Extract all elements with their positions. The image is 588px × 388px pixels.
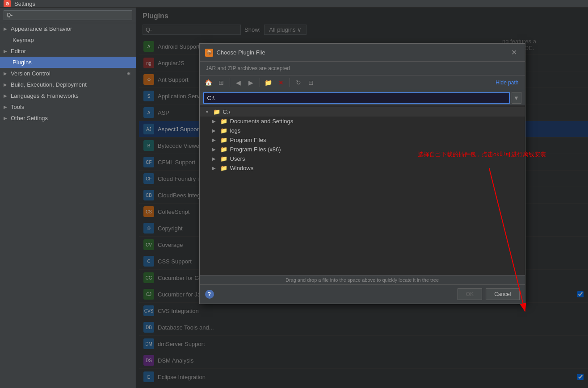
sidebar-item-label: Keymap [13, 37, 34, 43]
choose-plugin-file-dialog: 📦 Choose Plugin File ✕ JAR and ZIP archi… [199, 43, 525, 304]
sidebar-search-container [0, 8, 136, 23]
tree-item-label: Users [230, 155, 245, 162]
toolbar-forward-button[interactable]: ▶ [246, 77, 256, 88]
toolbar-home-button[interactable]: 🏠 [203, 77, 214, 88]
tree-item-label: Program Files (x86) [230, 146, 281, 153]
folder-icon: 📁 [220, 146, 227, 153]
modal-title-icon: 📦 [205, 49, 213, 57]
sidebar-item-plugins[interactable]: Plugins [0, 57, 136, 68]
tree-expand-icon: ▶ [212, 138, 218, 142]
tree-expand-icon: ▶ [212, 119, 218, 124]
sidebar-item-version-control[interactable]: ▶ Version Control ⊞ [0, 68, 136, 79]
folder-icon: 📁 [220, 137, 227, 143]
toolbar-separator [230, 78, 230, 87]
tree-item-programfiles-x86[interactable]: ▶ 📁 Program Files (x86) [200, 145, 525, 154]
folder-icon: 📁 [220, 165, 227, 171]
tree-item-docs[interactable]: ▶ 📁 Documents and Settings [200, 117, 525, 126]
modal-status-bar: Drag and drop a file into the space abov… [200, 275, 525, 284]
sidebar-search-input[interactable] [4, 10, 132, 20]
window-title: Settings [14, 0, 35, 7]
sidebar-item-editor[interactable]: ▶ Editor [0, 46, 136, 57]
toolbar-refresh-button[interactable]: ↻ [293, 77, 304, 88]
tree-item-label: Program Files [230, 137, 266, 143]
modal-toolbar: 🏠 ⊞ ◀ ▶ 📁 ✕ ↻ ⊟ Hide path [200, 75, 525, 90]
main-window: ⚙ Settings ▶ Appearance & Behavior Keyma… [0, 0, 588, 388]
tree-item-root[interactable]: ▼ 📁 C:\ [200, 107, 525, 117]
toolbar-new-folder-button[interactable]: 📁 [263, 77, 274, 88]
sidebar-item-label: Other Settings [11, 115, 48, 121]
folder-icon: 📁 [213, 108, 220, 115]
folder-icon: 📁 [220, 127, 227, 134]
file-tree: ▼ 📁 C:\ ▶ 📁 Documents and Settings ▶ 📁 [200, 105, 525, 275]
sidebar-item-label: Editor [11, 48, 26, 54]
tree-item-logs[interactable]: ▶ 📁 logs [200, 126, 525, 135]
arrow-icon: ▶ [4, 116, 7, 121]
tree-expand-icon: ▶ [212, 156, 218, 161]
sidebar-item-languages[interactable]: ▶ Languages & Frameworks [0, 90, 136, 101]
sidebar-item-label: Appearance & Behavior [11, 25, 72, 32]
hide-path-button[interactable]: Hide path [493, 79, 521, 87]
sidebar-item-label: Languages & Frameworks [11, 92, 79, 99]
tree-item-programfiles[interactable]: ▶ 📁 Program Files [200, 135, 525, 145]
path-dropdown-button[interactable]: ▼ [512, 92, 521, 104]
modal-subtitle: JAR and ZIP archives are accepted [200, 62, 525, 75]
tree-expand-icon: ▶ [212, 166, 218, 171]
ok-button[interactable]: OK [458, 288, 482, 300]
modal-path-row: ▼ [200, 90, 525, 105]
path-input[interactable] [203, 92, 510, 104]
toolbar-tree-button[interactable]: ⊟ [306, 77, 316, 88]
toolbar-separator-3 [290, 78, 290, 87]
sidebar-item-build[interactable]: ▶ Build, Execution, Deployment [0, 79, 136, 90]
tree-item-users[interactable]: ▶ 📁 Users [200, 154, 525, 163]
tree-item-label: Windows [230, 165, 254, 171]
sidebar-item-keymap[interactable]: Keymap [0, 34, 136, 46]
folder-icon: 📁 [220, 118, 227, 125]
arrow-icon: ▶ [4, 26, 7, 31]
sidebar: ▶ Appearance & Behavior Keymap ▶ Editor … [0, 8, 136, 388]
cancel-button[interactable]: Cancel [486, 288, 519, 300]
tree-expand-icon: ▶ [212, 128, 218, 133]
modal-title-container: 📦 Choose Plugin File [205, 49, 265, 57]
modal-close-button[interactable]: ✕ [508, 47, 520, 58]
toolbar-back-button[interactable]: ◀ [233, 77, 244, 88]
main-content: Plugins Show: All plugins ∨ A Android Su… [136, 8, 588, 388]
arrow-icon: ▶ [4, 82, 7, 87]
vc-badge: ⊞ [126, 71, 130, 76]
modal-title-bar: 📦 Choose Plugin File ✕ [200, 44, 525, 62]
arrow-icon: ▶ [4, 93, 7, 98]
tree-item-label: Documents and Settings [230, 118, 294, 125]
app-icon: ⚙ [4, 0, 11, 7]
tree-item-label: logs [230, 127, 241, 134]
tree-item-windows[interactable]: ▶ 📁 Windows [200, 163, 525, 173]
sidebar-item-label: Build, Execution, Deployment [11, 81, 87, 88]
sidebar-item-appearance[interactable]: ▶ Appearance & Behavior [0, 23, 136, 34]
folder-icon: 📁 [220, 155, 227, 162]
modal-title-text: Choose Plugin File [217, 49, 265, 56]
tree-expand-icon: ▶ [212, 147, 218, 152]
sidebar-item-tools[interactable]: ▶ Tools [0, 101, 136, 113]
title-bar: ⚙ Settings [0, 0, 588, 8]
tree-expand-icon: ▼ [205, 109, 210, 114]
content-area: ▶ Appearance & Behavior Keymap ▶ Editor … [0, 8, 588, 388]
arrow-icon: ▶ [4, 71, 7, 76]
modal-footer: ? OK Cancel [200, 284, 525, 304]
sidebar-item-label: Plugins [13, 59, 32, 66]
sidebar-item-other[interactable]: ▶ Other Settings [0, 113, 136, 124]
sidebar-item-label: Tools [11, 104, 24, 110]
arrow-icon: ▶ [4, 104, 7, 109]
arrow-icon: ▶ [4, 49, 7, 54]
toolbar-delete-button[interactable]: ✕ [276, 77, 286, 88]
toolbar-grid-button[interactable]: ⊞ [216, 77, 227, 88]
modal-footer-left: ? [205, 290, 214, 299]
modal-overlay: 📦 Choose Plugin File ✕ JAR and ZIP archi… [136, 8, 588, 388]
help-button[interactable]: ? [205, 290, 214, 299]
sidebar-items-list: ▶ Appearance & Behavior Keymap ▶ Editor … [0, 23, 136, 388]
tree-item-label: C:\ [223, 108, 231, 115]
sidebar-item-label: Version Control [11, 70, 50, 77]
toolbar-separator-2 [260, 78, 260, 87]
